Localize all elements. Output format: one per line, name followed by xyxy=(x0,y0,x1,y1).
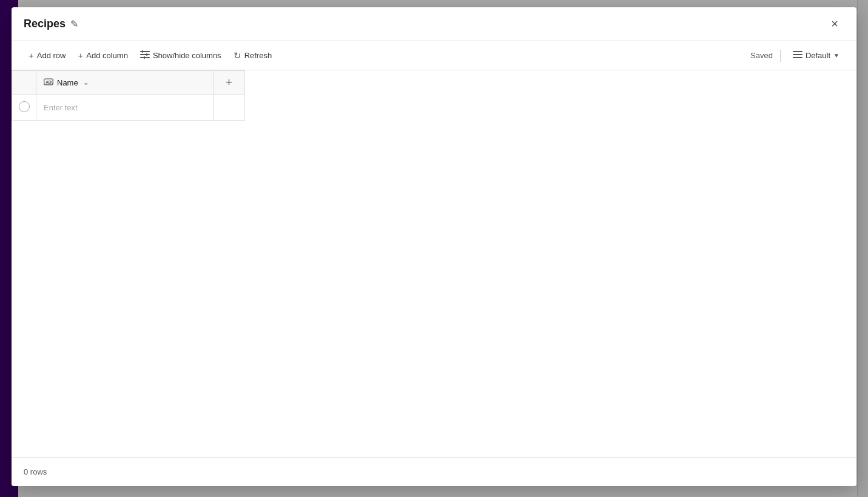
svg-text:ABC: ABC xyxy=(45,80,53,84)
add-column-button[interactable]: + Add column xyxy=(73,47,132,64)
empty-cell xyxy=(214,95,245,121)
table-row xyxy=(12,95,245,121)
svg-rect-4 xyxy=(146,53,147,56)
svg-rect-3 xyxy=(142,50,143,53)
rows-count: 0 rows xyxy=(24,467,47,476)
name-column-chevron: ⌄ xyxy=(83,79,89,87)
edit-icon[interactable]: ✎ xyxy=(70,18,78,30)
modal-dialog: Recipes ✎ × + Add row + Add column xyxy=(12,7,856,486)
row-checkbox-cell[interactable] xyxy=(12,95,36,121)
toolbar: + Add row + Add column xyxy=(12,41,856,70)
row-checkbox[interactable] xyxy=(19,101,30,112)
table-container: ABC Name ⌄ + xyxy=(12,70,856,457)
name-column-label: Name xyxy=(57,78,78,87)
svg-rect-0 xyxy=(140,51,150,52)
chevron-down-icon: ▼ xyxy=(833,52,839,59)
toolbar-right: Saved Default ▼ xyxy=(750,47,844,64)
add-row-button[interactable]: + Add row xyxy=(24,47,70,64)
toolbar-left: + Add row + Add column xyxy=(24,47,277,64)
row-selector-header xyxy=(12,71,36,95)
add-column-header[interactable]: + xyxy=(214,71,245,95)
add-column-plus-icon: + xyxy=(226,76,232,89)
show-hide-icon xyxy=(140,50,150,61)
default-view-label: Default xyxy=(806,51,830,60)
add-row-icon: + xyxy=(29,50,34,61)
default-view-icon xyxy=(793,50,802,61)
refresh-button[interactable]: ↻ Refresh xyxy=(229,47,277,64)
add-column-label: Add column xyxy=(86,51,128,60)
modal-title-area: Recipes ✎ xyxy=(24,18,78,30)
default-view-button[interactable]: Default ▼ xyxy=(788,47,844,64)
close-button[interactable]: × xyxy=(825,15,844,34)
svg-rect-5 xyxy=(144,56,145,59)
saved-status: Saved xyxy=(750,51,773,60)
refresh-label: Refresh xyxy=(244,51,272,60)
modal-header: Recipes ✎ × xyxy=(12,7,856,41)
data-table: ABC Name ⌄ + xyxy=(12,70,245,121)
svg-rect-8 xyxy=(793,57,802,58)
svg-rect-7 xyxy=(793,54,802,55)
modal-footer: 0 rows xyxy=(12,457,856,486)
refresh-icon: ↻ xyxy=(234,50,241,61)
modal-title: Recipes xyxy=(24,18,66,30)
add-column-inline-button[interactable]: + xyxy=(214,71,244,95)
modal-overlay: Recipes ✎ × + Add row + Add column xyxy=(0,0,868,497)
add-column-icon: + xyxy=(78,50,83,61)
show-hide-columns-label: Show/hide columns xyxy=(153,51,221,60)
toolbar-divider xyxy=(780,50,781,62)
svg-rect-6 xyxy=(793,51,802,52)
name-column-header[interactable]: ABC Name ⌄ xyxy=(36,71,214,95)
svg-rect-1 xyxy=(140,54,150,55)
name-input[interactable] xyxy=(36,95,213,120)
close-icon: × xyxy=(831,17,838,31)
name-cell[interactable] xyxy=(36,95,214,121)
name-column-icon: ABC xyxy=(44,78,53,88)
name-column-header-content[interactable]: ABC Name ⌄ xyxy=(36,71,213,95)
add-row-label: Add row xyxy=(37,51,66,60)
show-hide-columns-button[interactable]: Show/hide columns xyxy=(135,47,226,64)
